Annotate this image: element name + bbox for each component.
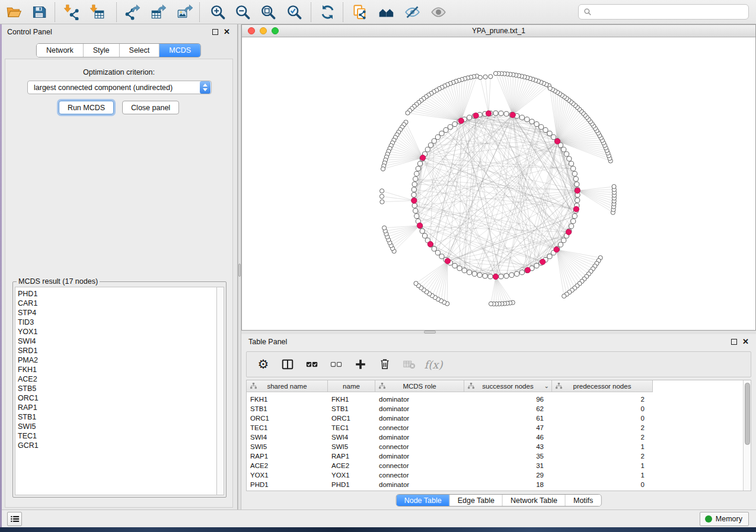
zoom-selected-button[interactable] bbox=[283, 2, 305, 22]
delete-column-icon[interactable] bbox=[378, 357, 392, 371]
tab-network-table[interactable]: Network Table bbox=[503, 495, 566, 506]
cell-MCDS-role[interactable]: dominator bbox=[375, 414, 464, 423]
cell-predecessor-nodes[interactable]: 2 bbox=[552, 423, 653, 432]
float-panel-icon[interactable] bbox=[731, 339, 737, 345]
export-network-button[interactable] bbox=[121, 2, 143, 22]
result-item[interactable]: PHD1 bbox=[18, 289, 217, 299]
column-header-name[interactable]: name bbox=[328, 380, 375, 392]
column-header-predecessor-nodes[interactable]: predecessor nodes bbox=[552, 380, 653, 392]
table-row[interactable]: STB1STB1dominator620 bbox=[247, 404, 751, 414]
close-panel-icon[interactable]: ✕ bbox=[224, 29, 230, 35]
result-item[interactable]: STP4 bbox=[18, 308, 217, 318]
result-item[interactable]: TEC1 bbox=[18, 431, 217, 441]
save-session-button[interactable] bbox=[27, 2, 50, 22]
result-item[interactable]: SWI4 bbox=[18, 336, 217, 346]
cell-predecessor-nodes[interactable]: 2 bbox=[552, 395, 653, 404]
float-panel-icon[interactable] bbox=[212, 29, 218, 35]
cell-shared-name[interactable]: RAP1 bbox=[247, 451, 328, 461]
cell-successor-nodes[interactable]: 31 bbox=[464, 461, 552, 470]
zoom-out-button[interactable] bbox=[231, 2, 254, 22]
export-image-button[interactable] bbox=[173, 2, 196, 22]
cell-successor-nodes[interactable]: 18 bbox=[464, 480, 552, 489]
cell-predecessor-nodes[interactable]: 2 bbox=[552, 451, 653, 461]
optimization-criterion-dropdown[interactable]: largest connected component (undirected) bbox=[27, 81, 212, 94]
cell-name[interactable]: RAP1 bbox=[328, 451, 375, 461]
cell-successor-nodes[interactable]: 43 bbox=[464, 442, 552, 451]
table-scrollbar[interactable] bbox=[743, 380, 751, 491]
select-all-icon[interactable] bbox=[305, 357, 319, 371]
cell-successor-nodes[interactable]: 62 bbox=[464, 404, 552, 414]
table-row[interactable]: SWI4SWI4dominator462 bbox=[247, 432, 751, 442]
deselect-all-icon[interactable] bbox=[329, 357, 343, 371]
cell-name[interactable]: PHD1 bbox=[328, 480, 375, 489]
first-neighbors-button[interactable] bbox=[375, 2, 397, 22]
tab-node-table[interactable]: Node Table bbox=[397, 495, 450, 506]
network-canvas[interactable] bbox=[242, 37, 755, 330]
cell-MCDS-role[interactable]: connector bbox=[375, 461, 464, 470]
memory-button[interactable]: Memory bbox=[700, 512, 749, 526]
cell-successor-nodes[interactable]: 29 bbox=[464, 470, 552, 480]
result-item[interactable]: ACE2 bbox=[18, 374, 217, 384]
cell-shared-name[interactable]: SWI5 bbox=[247, 442, 328, 451]
zoom-in-button[interactable] bbox=[206, 2, 229, 22]
network-graph[interactable] bbox=[242, 37, 755, 330]
result-item[interactable]: GCR1 bbox=[18, 441, 217, 450]
result-item[interactable]: STB5 bbox=[18, 384, 217, 393]
result-item[interactable]: TID3 bbox=[18, 318, 217, 327]
cell-successor-nodes[interactable]: 96 bbox=[464, 395, 552, 404]
cell-shared-name[interactable]: ORC1 bbox=[247, 414, 328, 423]
cell-successor-nodes[interactable]: 47 bbox=[464, 423, 552, 432]
table-row[interactable]: SWI5SWI5connector431 bbox=[247, 442, 751, 451]
cell-predecessor-nodes[interactable]: 0 bbox=[552, 404, 653, 414]
result-item[interactable]: ORC1 bbox=[18, 393, 217, 403]
tab-select[interactable]: Select bbox=[120, 44, 160, 57]
cell-name[interactable]: YOX1 bbox=[328, 470, 375, 480]
column-header-successor-nodes[interactable]: successor nodes⌄ bbox=[464, 380, 552, 392]
cell-MCDS-role[interactable]: dominator bbox=[375, 395, 464, 404]
cell-MCDS-role[interactable]: dominator bbox=[375, 451, 464, 461]
cell-successor-nodes[interactable]: 61 bbox=[464, 414, 552, 423]
tab-motifs[interactable]: Motifs bbox=[566, 495, 601, 506]
result-item[interactable]: SWI5 bbox=[18, 422, 217, 431]
cell-shared-name[interactable]: FKH1 bbox=[247, 395, 328, 404]
cell-predecessor-nodes[interactable]: 1 bbox=[552, 461, 653, 470]
cell-name[interactable]: FKH1 bbox=[328, 395, 375, 404]
run-mcds-button[interactable]: Run MCDS bbox=[59, 101, 114, 114]
table-row[interactable]: FKH1FKH1dominator962 bbox=[247, 395, 751, 404]
cell-predecessor-nodes[interactable]: 2 bbox=[552, 432, 653, 442]
mcds-result-list[interactable]: PHD1CAR1STP4TID3YOX1SWI4SRD1PMA2FKH1ACE2… bbox=[15, 287, 217, 495]
result-item[interactable]: RAP1 bbox=[18, 403, 217, 412]
cell-successor-nodes[interactable]: 35 bbox=[464, 451, 552, 461]
result-list-scrollbar[interactable] bbox=[216, 287, 224, 495]
task-history-button[interactable] bbox=[7, 512, 22, 526]
cell-shared-name[interactable]: SWI4 bbox=[247, 432, 328, 442]
close-panel-button[interactable]: Close panel bbox=[122, 101, 179, 114]
cell-shared-name[interactable]: ACE2 bbox=[247, 461, 328, 470]
tab-network[interactable]: Network bbox=[37, 44, 84, 57]
result-item[interactable]: STB1 bbox=[18, 412, 217, 422]
cell-name[interactable]: STB1 bbox=[328, 404, 375, 414]
refresh-button[interactable] bbox=[316, 2, 339, 22]
search-box[interactable] bbox=[578, 4, 749, 20]
table-row[interactable]: RAP1RAP1dominator352 bbox=[247, 451, 751, 461]
table-row[interactable]: TEC1TEC1connector472 bbox=[247, 423, 751, 432]
cell-MCDS-role[interactable]: connector bbox=[375, 470, 464, 480]
cell-name[interactable]: SWI5 bbox=[328, 442, 375, 451]
tab-style[interactable]: Style bbox=[84, 44, 120, 57]
search-input[interactable] bbox=[595, 8, 744, 16]
splitter-grip[interactable] bbox=[424, 331, 436, 334]
open-file-button[interactable] bbox=[2, 2, 25, 22]
result-item[interactable]: FKH1 bbox=[18, 365, 217, 374]
hide-selected-button[interactable] bbox=[401, 2, 423, 22]
column-header-shared-name[interactable]: shared name bbox=[247, 380, 328, 392]
cell-name[interactable]: ACE2 bbox=[328, 461, 375, 470]
close-panel-icon[interactable]: ✕ bbox=[742, 339, 749, 345]
tab-mcds[interactable]: MCDS bbox=[160, 44, 200, 57]
network-window-titlebar[interactable]: YPA_prune.txt_1 bbox=[242, 25, 755, 37]
cell-MCDS-role[interactable]: dominator bbox=[375, 404, 464, 414]
cell-successor-nodes[interactable]: 46 bbox=[464, 432, 552, 442]
cell-MCDS-role[interactable]: connector bbox=[375, 442, 464, 451]
cell-predecessor-nodes[interactable]: 1 bbox=[552, 442, 653, 451]
table-row[interactable]: YOX1YOX1connector291 bbox=[247, 470, 751, 480]
import-table-button[interactable] bbox=[85, 2, 108, 22]
